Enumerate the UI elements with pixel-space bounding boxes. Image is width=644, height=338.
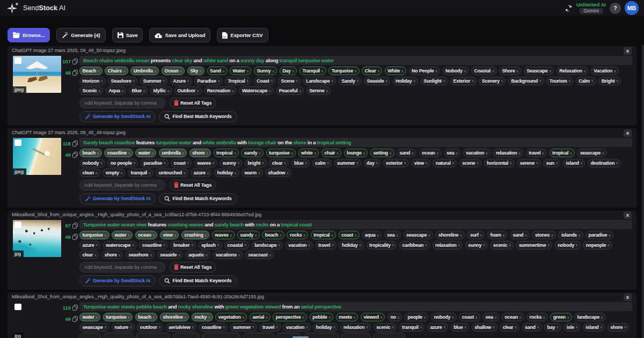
tag-pill[interactable]: seashorex bbox=[126, 251, 155, 259]
remove-tag-icon[interactable]: x bbox=[284, 161, 286, 165]
remove-tag-icon[interactable]: x bbox=[97, 151, 99, 155]
scrollbar[interactable] bbox=[642, 45, 644, 338]
remove-tag-icon[interactable]: x bbox=[234, 151, 236, 155]
remove-tag-icon[interactable]: x bbox=[205, 233, 207, 237]
remove-tag-icon[interactable]: x bbox=[568, 79, 570, 83]
tag-pill[interactable]: oceanx bbox=[502, 313, 524, 321]
remove-tag-icon[interactable]: x bbox=[435, 69, 437, 73]
tag-pill[interactable]: Nobodyx bbox=[443, 67, 469, 75]
tag-pill[interactable]: shorelinex bbox=[435, 231, 465, 239]
tag-pill[interactable]: oceanx bbox=[135, 231, 158, 239]
tag-pill[interactable]: Waterx bbox=[230, 67, 251, 75]
tag-pill[interactable]: Horizonx bbox=[79, 77, 106, 85]
remove-tag-icon[interactable]: x bbox=[576, 325, 577, 329]
tag-pill[interactable]: Coastx bbox=[254, 77, 276, 85]
help-button[interactable]: ? bbox=[610, 3, 621, 14]
tag-pill[interactable]: seax bbox=[482, 313, 499, 321]
copy-icon[interactable] bbox=[72, 316, 78, 322]
remove-tag-icon[interactable]: x bbox=[271, 79, 273, 83]
remove-tag-icon[interactable]: x bbox=[414, 79, 415, 83]
tag-pill[interactable]: nox bbox=[387, 313, 402, 321]
tag-pill[interactable] bbox=[304, 333, 339, 338]
remove-tag-icon[interactable]: x bbox=[608, 243, 609, 247]
remove-tag-icon[interactable]: x bbox=[130, 325, 131, 329]
tag-pill[interactable]: caribbeanx bbox=[399, 241, 430, 249]
tag-pill[interactable]: Aquax bbox=[106, 86, 127, 95]
remove-tag-icon[interactable]: x bbox=[182, 151, 184, 155]
add-keyword-input[interactable] bbox=[79, 180, 165, 190]
tag-pill[interactable]: coastx bbox=[459, 313, 480, 321]
remove-tag-icon[interactable]: x bbox=[602, 151, 604, 155]
copy-icon[interactable] bbox=[72, 223, 78, 229]
remove-tag-icon[interactable]: x bbox=[299, 89, 301, 93]
tag-pill[interactable]: Waterscapex bbox=[239, 86, 273, 95]
remove-tag-icon[interactable]: x bbox=[509, 243, 510, 247]
find-keywords-button[interactable]: Find Best Match Keywords bbox=[159, 111, 237, 122]
remove-tag-icon[interactable]: x bbox=[259, 151, 260, 155]
tag-pill[interactable]: landscapex bbox=[574, 313, 606, 321]
remove-tag-icon[interactable]: x bbox=[557, 325, 558, 329]
export-csv-button[interactable]: csv Exporter CSV bbox=[217, 28, 268, 42]
remove-tag-icon[interactable]: x bbox=[128, 315, 130, 319]
remove-tag-icon[interactable]: x bbox=[213, 161, 214, 165]
generate-by-ai-button[interactable]: Generate by SendStock AI bbox=[79, 111, 156, 122]
tag-pill[interactable]: seascapex bbox=[79, 323, 109, 332]
tag-pill[interactable]: summertimex bbox=[516, 241, 552, 249]
remove-tag-icon[interactable]: x bbox=[537, 325, 539, 329]
remove-tag-icon[interactable]: x bbox=[336, 151, 338, 155]
tag-pill[interactable]: clearx bbox=[269, 159, 289, 167]
image-title[interactable]: Turquoise water meets pebble beach and r… bbox=[79, 302, 632, 311]
tag-pill[interactable]: Landscapex bbox=[303, 77, 336, 85]
tag-pill[interactable]: Seashorex bbox=[108, 77, 137, 85]
remove-tag-icon[interactable]: x bbox=[269, 253, 271, 257]
remove-tag-icon[interactable]: x bbox=[376, 161, 378, 165]
remove-tag-icon[interactable]: x bbox=[128, 233, 130, 237]
remove-tag-icon[interactable]: x bbox=[321, 69, 323, 73]
tag-pill[interactable]: waterx bbox=[79, 313, 100, 321]
select-checkbox[interactable] bbox=[14, 57, 21, 64]
tag-pill[interactable]: breakerx bbox=[170, 241, 196, 249]
tag-pill[interactable]: oceanx bbox=[419, 149, 442, 157]
remove-tag-icon[interactable]: x bbox=[601, 325, 602, 329]
tag-pill[interactable]: waterscapex bbox=[103, 241, 137, 249]
tag-pill[interactable]: beachx bbox=[135, 313, 158, 321]
tag-pill[interactable]: vacationx bbox=[286, 241, 313, 249]
tag-pill[interactable]: Scenicx bbox=[79, 86, 103, 95]
remove-tag-icon[interactable]: x bbox=[412, 151, 413, 155]
tag-pill[interactable]: exteriorx bbox=[383, 159, 409, 167]
tag-pill[interactable]: bayx bbox=[544, 323, 561, 332]
image-title[interactable]: Turquoise water ocean view features cras… bbox=[79, 220, 632, 229]
tag-pill[interactable]: Peacefulx bbox=[276, 86, 304, 95]
remove-tag-icon[interactable]: x bbox=[258, 171, 260, 175]
tag-pill[interactable]: Chairsx bbox=[105, 67, 128, 75]
remove-tag-icon[interactable]: x bbox=[247, 69, 248, 73]
tag-pill[interactable]: viewx bbox=[160, 231, 179, 239]
tag-pill[interactable]: shorelinex bbox=[160, 313, 189, 321]
tag-pill[interactable]: relaxationx bbox=[493, 149, 523, 157]
remove-tag-icon[interactable]: x bbox=[519, 315, 521, 319]
remove-tag-icon[interactable]: x bbox=[428, 233, 430, 237]
remove-tag-icon[interactable]: x bbox=[401, 69, 403, 73]
image-title[interactable]: Beach chairs umbrella ocean presents cle… bbox=[79, 56, 632, 65]
remove-tag-icon[interactable]: x bbox=[149, 171, 150, 175]
remove-tag-icon[interactable]: x bbox=[185, 315, 186, 319]
tag-pill[interactable]: landscapex bbox=[252, 241, 283, 249]
remove-tag-icon[interactable]: x bbox=[547, 243, 549, 247]
remove-tag-icon[interactable]: x bbox=[579, 233, 580, 237]
remove-tag-icon[interactable]: x bbox=[525, 233, 526, 237]
tag-pill[interactable]: pebblex bbox=[310, 313, 333, 321]
tag-pill[interactable]: calmx bbox=[312, 159, 332, 167]
remove-tag-icon[interactable]: x bbox=[584, 69, 586, 73]
remove-tag-icon[interactable]: x bbox=[94, 253, 96, 257]
tag-pill[interactable]: Bluex bbox=[129, 86, 148, 95]
image-title[interactable]: Sandy beach coastline features turquoise… bbox=[79, 138, 632, 147]
tag-pill[interactable]: waterx bbox=[135, 149, 156, 157]
remove-tag-icon[interactable]: x bbox=[556, 161, 558, 165]
tag-pill[interactable]: Exteriorx bbox=[450, 77, 477, 85]
tag-pill[interactable]: sunnyx bbox=[465, 241, 488, 249]
remove-tag-icon[interactable]: x bbox=[238, 253, 240, 257]
tag-pill[interactable]: loungex bbox=[344, 149, 368, 157]
remove-tag-icon[interactable]: x bbox=[477, 161, 478, 165]
remove-tag-icon[interactable]: x bbox=[163, 79, 165, 83]
tag-pill[interactable]: Skyx bbox=[187, 67, 204, 75]
